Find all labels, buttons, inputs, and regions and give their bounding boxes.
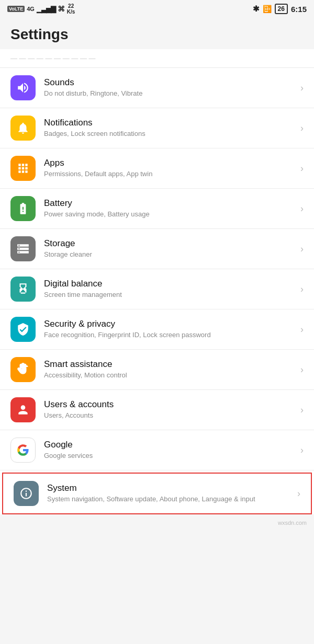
settings-item-battery[interactable]: Battery Power saving mode, Battery usage…	[0, 189, 314, 229]
system-chevron: ›	[297, 488, 300, 499]
settings-item-smart-assistance[interactable]: Smart assistance Accessibility, Motion c…	[0, 350, 314, 390]
bluetooth-icon: ✱	[253, 4, 260, 14]
google-text: Google Google services	[44, 440, 296, 461]
page-title: Settings	[0, 17, 314, 49]
notifications-icon-wrap	[10, 116, 36, 141]
smart-assistance-subtitle: Accessibility, Motion control	[44, 371, 296, 380]
hand-icon	[16, 363, 30, 376]
sounds-icon-wrap	[10, 75, 36, 100]
settings-item-system[interactable]: System System navigation, Software updat…	[2, 473, 312, 514]
storage-subtitle: Storage cleaner	[44, 250, 296, 259]
system-text: System System navigation, Software updat…	[47, 483, 293, 504]
storage-title: Storage	[44, 238, 296, 249]
notifications-title: Notifications	[44, 118, 296, 128]
status-left: VoLTE 4G ▁▃▅▇ ⌘ 22K/s	[7, 3, 75, 15]
signal-4g: 4G	[27, 6, 35, 12]
settings-list: Sounds Do not disturb, Ringtone, Vibrate…	[0, 68, 314, 514]
storage-text: Storage Storage cleaner	[44, 238, 296, 259]
system-subtitle: System navigation, Software update, Abou…	[47, 494, 293, 504]
digital-balance-subtitle: Screen time management	[44, 290, 296, 300]
info-icon	[19, 487, 33, 500]
storage-icon	[16, 242, 30, 256]
settings-item-google[interactable]: Google Google services ›	[0, 430, 314, 470]
status-bar: VoLTE 4G ▁▃▅▇ ⌘ 22K/s ✱ 📴 26 6:15	[0, 0, 314, 17]
sound-icon	[16, 81, 30, 95]
digital-balance-chevron: ›	[300, 284, 304, 295]
google-chevron: ›	[300, 445, 304, 456]
apps-icon	[16, 162, 30, 175]
status-right: ✱ 📴 26 6:15	[253, 4, 307, 14]
partial-item: — — — — — — — — — —	[0, 49, 314, 68]
hourglass-icon	[16, 282, 30, 296]
google-icon	[16, 443, 30, 457]
bell-icon	[16, 121, 30, 135]
watermark: wxsdn.com	[0, 516, 314, 529]
battery-chevron: ›	[300, 203, 304, 214]
sounds-text: Sounds Do not disturb, Ringtone, Vibrate	[44, 77, 296, 98]
battery-icon-wrap	[10, 196, 36, 221]
settings-item-sounds[interactable]: Sounds Do not disturb, Ringtone, Vibrate…	[0, 68, 314, 108]
settings-item-security-privacy[interactable]: Security & privacy Face recognition, Fin…	[0, 309, 314, 350]
notifications-chevron: ›	[300, 123, 304, 134]
system-title: System	[47, 483, 293, 493]
signal-bars: ▁▃▅▇	[37, 5, 55, 13]
settings-item-apps[interactable]: Apps Permissions, Default apps, App twin…	[0, 148, 314, 189]
security-privacy-subtitle: Face recognition, Fingerprint ID, Lock s…	[44, 330, 296, 340]
security-privacy-title: Security & privacy	[44, 319, 296, 329]
digital-balance-icon-wrap	[10, 277, 36, 302]
system-icon-wrap	[14, 481, 39, 506]
settings-item-storage[interactable]: Storage Storage cleaner ›	[0, 229, 314, 269]
notifications-subtitle: Badges, Lock screen notifications	[44, 129, 296, 139]
apps-icon-wrap	[10, 156, 36, 181]
google-icon-wrap	[10, 438, 36, 463]
smart-assistance-chevron: ›	[300, 364, 304, 375]
shield-icon	[16, 323, 30, 336]
digital-balance-text: Digital balance Screen time management	[44, 279, 296, 300]
sounds-subtitle: Do not disturb, Ringtone, Vibrate	[44, 89, 296, 98]
security-privacy-text: Security & privacy Face recognition, Fin…	[44, 319, 296, 340]
google-title: Google	[44, 440, 296, 450]
users-accounts-subtitle: Users, Accounts	[44, 411, 296, 420]
network-speed: 22K/s	[67, 3, 75, 15]
person-icon	[16, 403, 30, 417]
users-accounts-icon-wrap	[10, 397, 36, 422]
sounds-title: Sounds	[44, 77, 296, 88]
apps-text: Apps Permissions, Default apps, App twin	[44, 158, 296, 179]
storage-chevron: ›	[300, 244, 304, 255]
settings-item-notifications[interactable]: Notifications Badges, Lock screen notifi…	[0, 108, 314, 148]
digital-balance-title: Digital balance	[44, 279, 296, 289]
users-accounts-text: Users & accounts Users, Accounts	[44, 399, 296, 420]
wifi-icon: ⌘	[58, 5, 65, 13]
notifications-text: Notifications Badges, Lock screen notifi…	[44, 118, 296, 139]
storage-icon-wrap	[10, 236, 36, 261]
vibrate-icon: 📴	[263, 5, 272, 13]
users-accounts-title: Users & accounts	[44, 399, 296, 410]
users-accounts-chevron: ›	[300, 405, 304, 416]
volte-badge: VoLTE	[7, 6, 25, 12]
smart-assistance-icon-wrap	[10, 357, 36, 382]
settings-item-digital-balance[interactable]: Digital balance Screen time management ›	[0, 269, 314, 309]
battery-icon	[16, 202, 30, 215]
apps-chevron: ›	[300, 163, 304, 174]
smart-assistance-title: Smart assistance	[44, 359, 296, 370]
apps-title: Apps	[44, 158, 296, 168]
sounds-chevron: ›	[300, 83, 304, 94]
apps-subtitle: Permissions, Default apps, App twin	[44, 169, 296, 179]
settings-item-users-accounts[interactable]: Users & accounts Users, Accounts ›	[0, 390, 314, 430]
smart-assistance-text: Smart assistance Accessibility, Motion c…	[44, 359, 296, 380]
security-privacy-icon-wrap	[10, 317, 36, 342]
battery-text: Battery Power saving mode, Battery usage	[44, 198, 296, 219]
battery-display: 26	[275, 4, 288, 14]
google-subtitle: Google services	[44, 451, 296, 461]
security-privacy-chevron: ›	[300, 324, 304, 335]
clock: 6:15	[291, 5, 307, 14]
battery-title: Battery	[44, 198, 296, 209]
battery-subtitle: Power saving mode, Battery usage	[44, 210, 296, 219]
